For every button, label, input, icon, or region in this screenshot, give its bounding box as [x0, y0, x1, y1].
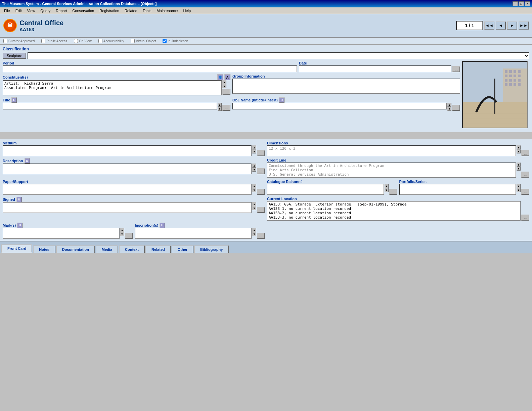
medium-scroll-down[interactable]: ▼ — [252, 149, 256, 153]
nav-next-button[interactable]: ► — [507, 21, 517, 30]
dimensions-scroll-down[interactable]: ▼ — [517, 149, 521, 153]
in-jurisdiction-input[interactable] — [163, 39, 167, 43]
current-location-ellipsis-button[interactable]: ... — [521, 215, 529, 221]
dimensions-scroll-up[interactable]: ▲ — [517, 145, 521, 149]
checkbox-accountability[interactable]: Accountability — [98, 39, 124, 43]
credit-scroll-up[interactable]: ▲ — [517, 163, 521, 167]
scroll-down-button[interactable]: ▼ — [222, 84, 226, 88]
signed-textarea[interactable] — [3, 202, 252, 213]
tab-other[interactable]: Other — [172, 245, 193, 253]
tab-bibliography[interactable]: Bibliography — [194, 245, 229, 253]
constituent-a-icon[interactable]: A — [224, 74, 230, 80]
credit-line-ellipsis-button[interactable]: ... — [521, 172, 529, 178]
description-textarea[interactable] — [3, 164, 252, 174]
obj-name-u-button[interactable]: U — [279, 97, 284, 103]
catalogue-ellipsis-button[interactable]: ... — [389, 189, 397, 195]
obj-name-ellipsis-button[interactable]: ... — [452, 105, 460, 111]
checkbox-on-view[interactable]: On View — [74, 39, 92, 43]
description-scroll-up[interactable]: ▲ — [252, 164, 256, 168]
signed-u-button[interactable]: U — [16, 197, 22, 202]
constituent-person-icon[interactable]: 👤 — [217, 74, 223, 80]
paper-support-ellipsis-button[interactable]: ... — [257, 189, 265, 195]
nav-first-button[interactable]: ◄◄ — [484, 21, 494, 30]
group-info-textarea[interactable] — [232, 79, 460, 94]
public-access-input[interactable] — [41, 39, 45, 43]
window-controls[interactable]: _ □ × — [513, 1, 530, 6]
description-scroll-down[interactable]: ▼ — [252, 168, 256, 172]
catalogue-scroll-up[interactable]: ▲ — [385, 184, 389, 188]
marks-ellipsis-button[interactable]: ... — [125, 233, 133, 239]
tab-media[interactable]: Media — [96, 245, 118, 253]
constituent-ellipsis-button[interactable]: ... — [222, 89, 230, 95]
menu-help[interactable]: Help — [181, 8, 194, 13]
description-ellipsis-button[interactable]: ... — [257, 168, 265, 174]
catalogue-textarea[interactable] — [267, 184, 384, 195]
scroll-up-button[interactable]: ▲ — [222, 80, 226, 84]
marks-scroll-up[interactable]: ▲ — [120, 228, 124, 232]
menu-edit[interactable]: Edit — [13, 8, 25, 13]
credit-line-textarea[interactable]: Commissioned through the Art in Architec… — [267, 163, 516, 178]
close-button[interactable]: × — [525, 1, 530, 6]
portfolio-textarea[interactable] — [399, 184, 516, 195]
tab-related[interactable]: Related — [145, 245, 171, 253]
dimensions-ellipsis-button[interactable]: ... — [521, 150, 529, 156]
classification-select[interactable] — [28, 52, 529, 59]
menu-file[interactable]: File — [1, 8, 13, 13]
accountability-input[interactable] — [98, 39, 102, 43]
menu-conservation[interactable]: Conservation — [70, 8, 97, 13]
date-input[interactable]: 1981 — [299, 65, 451, 72]
menu-related[interactable]: Related — [122, 8, 140, 13]
marks-scroll-down[interactable]: ▼ — [120, 232, 124, 236]
classification-button[interactable]: Sculpture — [3, 53, 26, 59]
menu-query[interactable]: Query — [38, 8, 53, 13]
medium-scroll-up[interactable]: ▲ — [252, 145, 256, 149]
marks-textarea[interactable] — [3, 228, 120, 239]
checkbox-public-access[interactable]: Public Access — [41, 39, 67, 43]
obj-name-input[interactable] — [232, 103, 447, 109]
inscriptions-scroll-up[interactable]: ▲ — [252, 228, 256, 232]
dimensions-textarea[interactable]: 12 x 120 x 3 — [267, 145, 516, 156]
menu-report[interactable]: Report — [53, 8, 70, 13]
title-ellipsis-button[interactable]: ... — [222, 105, 230, 111]
paper-scroll-up[interactable]: ▲ — [252, 184, 256, 188]
current-location-textarea[interactable]: AA153: GSA, Storage, Exterior storage, [… — [267, 201, 521, 221]
signed-ellipsis-button[interactable]: ... — [257, 207, 265, 213]
curator-approved-input[interactable] — [3, 39, 7, 43]
title-input[interactable]: Tilted Arc — [3, 103, 217, 109]
minimize-button[interactable]: _ — [513, 1, 518, 6]
virtual-object-input[interactable] — [131, 39, 135, 43]
menu-maintenance[interactable]: Maintenance — [154, 8, 181, 13]
menu-view[interactable]: View — [25, 8, 38, 13]
paper-scroll-down[interactable]: ▼ — [252, 188, 256, 192]
catalogue-scroll-down[interactable]: ▼ — [385, 188, 389, 192]
period-input[interactable] — [3, 65, 297, 72]
medium-textarea[interactable] — [3, 145, 252, 156]
inscriptions-u-button[interactable]: U — [160, 223, 165, 228]
tab-notes[interactable]: Notes — [33, 245, 55, 253]
tab-context[interactable]: Context — [119, 245, 145, 253]
signed-scroll-up[interactable]: ▲ — [252, 202, 256, 206]
nav-prev-button[interactable]: ◄ — [496, 21, 506, 30]
tab-front-card[interactable]: Front Card — [1, 244, 32, 253]
description-u-button[interactable]: U — [25, 158, 30, 164]
constituent-textarea[interactable]: Artist: Richard Serra Associated Program… — [3, 80, 222, 95]
obj-scroll-down[interactable]: ▼ — [447, 107, 451, 111]
inscriptions-textarea[interactable] — [135, 228, 252, 239]
inscriptions-ellipsis-button[interactable]: ... — [257, 233, 265, 239]
date-ellipsis-button[interactable]: ... — [452, 66, 460, 72]
inscriptions-scroll-down[interactable]: ▼ — [252, 232, 256, 236]
portfolio-scroll-up[interactable]: ▲ — [517, 184, 521, 188]
checkbox-curator-approved[interactable]: Curator Approved — [3, 39, 35, 43]
title-scroll-up[interactable]: ▲ — [218, 103, 222, 107]
title-scroll-down[interactable]: ▼ — [218, 107, 222, 111]
nav-last-button[interactable]: ►► — [519, 21, 529, 30]
medium-ellipsis-button[interactable]: ... — [257, 150, 265, 156]
menu-tools[interactable]: Tools — [140, 8, 154, 13]
signed-scroll-down[interactable]: ▼ — [252, 206, 256, 210]
portfolio-ellipsis-button[interactable]: ... — [521, 189, 529, 195]
title-u-button[interactable]: U — [11, 97, 17, 103]
tab-documentation[interactable]: Documentation — [56, 245, 95, 253]
on-view-input[interactable] — [74, 39, 78, 43]
marks-u-button[interactable]: U — [17, 223, 23, 228]
checkbox-virtual-object[interactable]: Virtual Object — [131, 39, 156, 43]
